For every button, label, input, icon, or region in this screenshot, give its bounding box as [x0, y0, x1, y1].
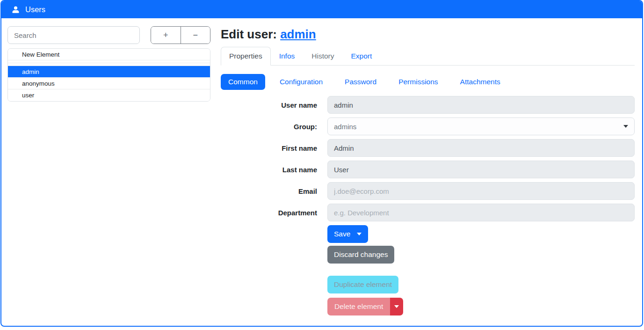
tab-infos[interactable]: Infos	[271, 47, 304, 66]
edited-user-link[interactable]: admin	[280, 27, 316, 41]
list-item-admin[interactable]: admin	[8, 66, 210, 78]
tab-export[interactable]: Export	[343, 47, 381, 66]
duplicate-element-button[interactable]: Duplicate element	[327, 276, 398, 293]
tab-properties[interactable]: Properties	[221, 47, 271, 66]
tab-bar: Properties Infos History Export	[221, 47, 635, 66]
user-list: New Element admin anonymous user	[7, 48, 210, 102]
sidebar: + − New Element admin anonymous user	[7, 26, 210, 315]
email-field[interactable]	[327, 182, 635, 200]
page-title: Edit user: admin	[221, 27, 635, 42]
delete-dropdown-toggle[interactable]	[390, 298, 403, 315]
add-user-button[interactable]: +	[151, 27, 181, 44]
lastname-label: Last name	[221, 166, 317, 174]
pill-configuration[interactable]: Configuration	[272, 74, 330, 90]
delete-element-button[interactable]: Delete element	[327, 298, 390, 315]
chevron-down-icon	[394, 305, 399, 308]
pill-bar: Common Configuration Password Permission…	[221, 74, 635, 90]
add-remove-button-group: + −	[151, 26, 210, 44]
app-card: Users + − New Element admin anonymous us…	[0, 0, 643, 327]
tab-history: History	[303, 47, 342, 66]
form-row-department: Department	[221, 204, 635, 221]
save-button-label: Save	[334, 230, 350, 238]
app-header: Users	[1, 1, 642, 18]
discard-changes-button[interactable]: Discard changes	[327, 246, 394, 264]
remove-user-button[interactable]: −	[181, 27, 210, 44]
department-field[interactable]	[327, 204, 635, 221]
form-row-username: User name	[221, 96, 635, 114]
user-form: User name Group: admins First name	[221, 96, 635, 315]
app-title: Users	[25, 5, 45, 14]
username-field[interactable]	[327, 96, 635, 114]
page-title-prefix: Edit user:	[221, 27, 280, 41]
pill-password[interactable]: Password	[337, 74, 384, 90]
delete-button-group: Delete element	[327, 298, 403, 315]
pill-attachments[interactable]: Attachments	[453, 74, 508, 90]
pill-common[interactable]: Common	[221, 74, 265, 90]
search-input[interactable]	[7, 26, 140, 44]
list-item-new-element[interactable]: New Element	[8, 49, 210, 60]
action-buttons: Save Discard changes Duplicate element D…	[327, 225, 635, 315]
firstname-field[interactable]	[327, 139, 635, 157]
form-row-email: Email	[221, 182, 635, 200]
chevron-down-icon	[357, 233, 362, 235]
username-label: User name	[221, 101, 317, 109]
firstname-label: First name	[221, 144, 317, 152]
list-item-user[interactable]: user	[8, 89, 210, 101]
group-label: Group:	[221, 123, 317, 131]
pill-permissions[interactable]: Permissions	[391, 74, 445, 90]
list-item-anonymous[interactable]: anonymous	[8, 78, 210, 89]
person-icon	[11, 5, 20, 14]
form-row-lastname: Last name	[221, 161, 635, 178]
email-label: Email	[221, 187, 317, 195]
group-select[interactable]: admins	[327, 117, 635, 135]
save-button[interactable]: Save	[327, 225, 368, 243]
chevron-down-icon	[623, 125, 628, 128]
department-label: Department	[221, 209, 317, 217]
lastname-field[interactable]	[327, 161, 635, 178]
form-row-group: Group: admins	[221, 117, 635, 135]
main-panel: Edit user: admin Properties Infos Histor…	[221, 26, 635, 315]
form-row-firstname: First name	[221, 139, 635, 157]
